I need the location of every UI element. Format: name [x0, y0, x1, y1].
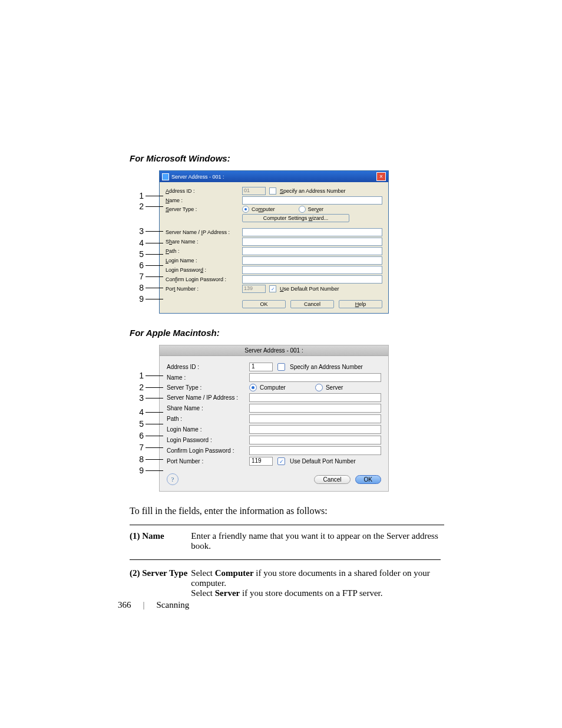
windows-dialog: Server Address - 001 : × Address ID : 01…: [159, 170, 389, 314]
cancel-button[interactable]: Cancel: [290, 300, 334, 308]
mac-input-path[interactable]: [249, 414, 381, 423]
callout-4: 4: [137, 238, 144, 248]
mac-callout-3: 3: [137, 393, 144, 403]
mac-input-share-name[interactable]: [249, 404, 381, 413]
mac-dialog-figure: 1 2 3 4 5 6 7 8 9 Server Address - 001 :…: [159, 345, 389, 492]
mac-input-login-password[interactable]: [249, 436, 381, 444]
mac-label-default-port: Use Default Port Number: [290, 458, 356, 465]
input-login-name[interactable]: [242, 256, 382, 265]
input-path[interactable]: [242, 247, 382, 255]
mac-callout-1: 1: [137, 371, 144, 380]
field-description-table: (1) Name Enter a friendly name that you …: [130, 528, 444, 602]
label-confirm-password: Confirm Login Password :: [166, 276, 242, 282]
mac-label-address-id: Address ID :: [167, 364, 249, 370]
mac-input-address-id[interactable]: 1: [249, 363, 273, 371]
mac-input-server-ip[interactable]: [249, 393, 381, 402]
radio-computer[interactable]: [242, 206, 249, 213]
table-divider: [130, 559, 441, 560]
mac-help-icon[interactable]: ?: [167, 473, 178, 485]
input-name[interactable]: [242, 196, 382, 205]
label-server-type: Server Type :: [166, 206, 242, 212]
label-port-number: Port Number :: [166, 286, 242, 292]
label-address-id: Address ID :: [166, 188, 242, 194]
mac-input-confirm-password[interactable]: [249, 446, 381, 455]
radio-computer-label: Computer: [252, 206, 275, 212]
callout-7: 7: [137, 272, 144, 281]
mac-checkbox-default-port[interactable]: ✓: [277, 457, 285, 465]
input-port-number[interactable]: 139: [242, 285, 266, 293]
table-top-rule: [130, 525, 444, 525]
mac-callout-9: 9: [137, 466, 144, 475]
input-server-ip[interactable]: [242, 228, 382, 236]
input-share-name[interactable]: [242, 238, 382, 246]
label-server-ip: Server Name / IP Address :: [166, 229, 242, 235]
callout-9: 9: [137, 294, 144, 304]
radio-server[interactable]: [299, 206, 306, 213]
table-row: (2) Server Type Select Computer if you s…: [130, 565, 444, 602]
mac-radio-computer[interactable]: [249, 384, 257, 391]
mac-input-login-name[interactable]: [249, 425, 381, 434]
checkbox-use-default-port[interactable]: ✓: [269, 285, 276, 292]
mac-label-specify: Specify an Address Number: [290, 364, 363, 370]
app-icon: [162, 173, 169, 180]
radio-server-label: Server: [308, 206, 324, 212]
input-login-password[interactable]: [242, 266, 382, 274]
callout-5: 5: [137, 249, 144, 259]
windows-title-text: Server Address - 001 :: [171, 174, 224, 180]
mac-checkbox-specify[interactable]: [277, 363, 285, 371]
windows-callouts: 1 2 3 4 5 6 7 8 9: [137, 170, 159, 314]
help-button[interactable]: Help: [339, 300, 382, 308]
mac-radio-server[interactable]: [315, 384, 323, 391]
mac-label-confirm-password: Confirm Login Password :: [167, 447, 249, 454]
row2-val: Select Computer if you store documents i…: [191, 565, 444, 602]
mac-radio-server-label: Server: [326, 384, 343, 391]
label-share-name: Share Name :: [166, 239, 242, 245]
mac-dialog: Server Address - 001 : Address ID : 1 Sp…: [159, 345, 389, 492]
mac-label-path: Path :: [167, 416, 249, 422]
mac-callout-5: 5: [137, 419, 144, 429]
section-name: Scanning: [157, 600, 190, 610]
mac-label-server-ip: Server Name / IP Address :: [167, 394, 249, 401]
mac-label-server-type: Server Type :: [167, 384, 249, 391]
table-row: (1) Name Enter a friendly name that you …: [130, 528, 444, 555]
mac-callouts: 1 2 3 4 5 6 7 8 9: [137, 345, 159, 492]
label-name: Name :: [166, 197, 242, 203]
mac-label-port-number: Port Number :: [167, 458, 249, 465]
mac-label-login-password: Login Password :: [167, 437, 249, 443]
instruction-text: To fill in the fields, enter the informa…: [130, 506, 444, 516]
page-number: 366: [118, 600, 131, 610]
row1-val: Enter a friendly name that you want it t…: [191, 528, 444, 555]
mac-input-name[interactable]: [249, 373, 381, 382]
callout-1: 1: [137, 191, 144, 200]
label-login-name: Login Name :: [166, 258, 242, 263]
label-use-default-port: Use Default Port Number: [280, 286, 339, 292]
mac-callout-6: 6: [137, 431, 144, 440]
mac-callout-2: 2: [137, 383, 144, 392]
mac-cancel-button[interactable]: Cancel: [314, 475, 350, 484]
ok-button[interactable]: OK: [242, 300, 286, 308]
mac-label-name: Name :: [167, 374, 249, 381]
mac-radio-computer-label: Computer: [260, 384, 286, 391]
mac-callout-4: 4: [137, 407, 144, 417]
label-specify-address: Specify an Address Number: [280, 188, 346, 194]
row1-key: (1) Name: [130, 528, 191, 555]
label-login-password: Login Password :: [166, 267, 242, 273]
windows-dialog-figure: 1 2 3 4 5 6 7 8 9 Server Address - 001 :…: [159, 170, 389, 314]
checkbox-specify-address[interactable]: [269, 187, 276, 195]
input-confirm-password[interactable]: [242, 275, 382, 284]
label-path: Path :: [166, 248, 242, 254]
mac-ok-button[interactable]: OK: [355, 475, 381, 484]
mac-label-share-name: Share Name :: [167, 405, 249, 411]
heading-windows: For Microsoft Windows:: [130, 153, 444, 163]
mac-input-port-number[interactable]: 119: [249, 457, 273, 466]
windows-titlebar: Server Address - 001 : ×: [160, 171, 388, 182]
computer-settings-wizard-button[interactable]: Computer Settings wizard...: [242, 214, 349, 222]
mac-title-text: Server Address - 001 :: [160, 345, 388, 356]
callout-2: 2: [137, 202, 144, 211]
mac-callout-8: 8: [137, 454, 144, 464]
heading-mac: For Apple Macintosh:: [130, 328, 444, 338]
footer-separator: |: [143, 600, 145, 610]
close-icon[interactable]: ×: [376, 172, 386, 181]
mac-label-login-name: Login Name :: [167, 426, 249, 433]
input-address-id[interactable]: 01: [242, 187, 266, 195]
